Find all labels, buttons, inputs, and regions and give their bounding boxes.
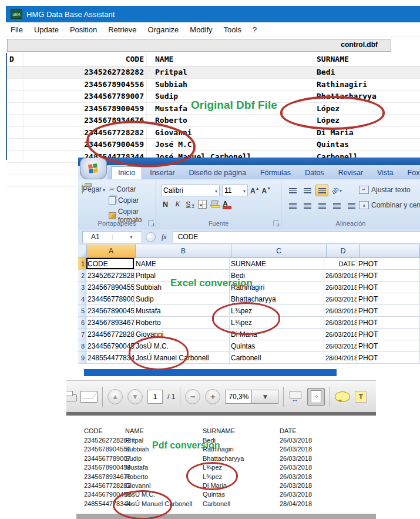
font-name-select[interactable]: Calibri (161, 185, 220, 196)
copy-button[interactable]: Copiar (109, 196, 156, 205)
italic-button[interactable]: K (173, 200, 182, 209)
row-header[interactable]: 3 (78, 282, 86, 293)
decrease-indent-icon[interactable] (330, 200, 343, 212)
cell-code[interactable]: 2345678934676 (86, 317, 135, 329)
underline-button[interactable]: S (186, 200, 194, 209)
fit-width-icon[interactable] (288, 391, 303, 403)
row-header[interactable]: 6 (78, 317, 86, 329)
cell-photo[interactable]: PHOT (357, 329, 420, 340)
cell-code[interactable]: 2345678904556 (86, 282, 135, 293)
cell-photo[interactable]: PHOT (357, 258, 420, 270)
page-number-input[interactable]: 1 (147, 390, 163, 404)
menu-item[interactable]: Modify (190, 25, 212, 34)
cell-date[interactable]: 28/04/2018 (324, 352, 357, 364)
row-header[interactable]: 4 (78, 293, 86, 305)
cell-photo[interactable]: PHOT (357, 270, 420, 282)
dbf-titlebar[interactable]: dBA HMG Data Base Assistant (6, 6, 420, 22)
column-header-a[interactable]: A (87, 245, 136, 258)
align-bottom-icon[interactable] (315, 185, 328, 196)
grow-font-icon[interactable]: ▲ (250, 185, 260, 196)
align-right-icon[interactable] (315, 200, 328, 212)
menu-item[interactable]: Retrieve (108, 25, 136, 34)
wrap-text-button[interactable]: ↵ Ajustar texto (359, 186, 411, 194)
select-all-corner[interactable] (78, 245, 87, 258)
cell-code[interactable]: CODE (86, 258, 135, 270)
align-center-icon[interactable] (301, 200, 314, 212)
cell-photo[interactable]: PHOT (357, 352, 420, 364)
row-header[interactable]: 5 (78, 305, 86, 317)
page-down-icon[interactable]: ▼ (127, 389, 143, 404)
cell-photo[interactable]: PHOT (357, 305, 420, 317)
row-header[interactable]: 9 (78, 352, 86, 364)
dbf-table-row[interactable]: 2344567728282 Giovanni Di Maria (7, 127, 420, 139)
row-header[interactable]: 8 (78, 340, 86, 352)
borders-icon[interactable] (198, 200, 207, 209)
merge-center-button[interactable]: a Combinar y cent (359, 201, 420, 209)
chevron-down-icon[interactable]: ▼ (251, 390, 278, 403)
cell-date[interactable]: 26/03/2018 (324, 270, 357, 282)
office-button[interactable] (80, 158, 107, 179)
cell-code[interactable]: 2344567789007 (86, 293, 135, 305)
ribbon-tab[interactable]: Insertar (143, 167, 181, 179)
dbf-table-row[interactable]: 2345678904556 Subbiah Rathinagiri (7, 79, 420, 91)
chevron-down-icon[interactable]: ▾ (112, 235, 142, 240)
email-icon[interactable] (80, 391, 98, 403)
ribbon-tab[interactable]: Datos (298, 167, 331, 179)
cell-date[interactable]: 26/03/2018 (324, 329, 357, 340)
dbf-table-row[interactable]: 2345262728282 Pritpal Bedi (7, 66, 420, 79)
cut-button[interactable]: Cortar (109, 185, 156, 193)
formula-input[interactable]: CODE (173, 231, 420, 243)
dialog-launcher-icon[interactable] (148, 220, 154, 226)
shrink-font-icon[interactable]: ▼ (262, 185, 271, 196)
ribbon-tab[interactable]: Revisar (332, 167, 369, 179)
cell-date[interactable]: DATE (324, 258, 357, 270)
align-middle-icon[interactable] (301, 185, 314, 196)
orientation-icon[interactable]: ab (330, 185, 343, 196)
cell-date[interactable]: 26/03/2018 (324, 340, 357, 352)
row-header[interactable]: 2 (78, 270, 86, 282)
cell-code[interactable]: 2344567728282 (86, 329, 135, 340)
cell-code[interactable]: 2344567900459 (86, 340, 135, 352)
cell-code[interactable]: 2345678900459 (86, 305, 135, 317)
menu-item[interactable]: Tools (224, 25, 241, 34)
highlight-text-icon[interactable]: T (355, 391, 367, 403)
fill-color-icon[interactable] (210, 200, 218, 208)
name-box[interactable]: A1 ▾ (82, 231, 142, 243)
menu-item[interactable]: Organize (148, 25, 179, 34)
column-header-c[interactable]: C (231, 245, 327, 258)
print-icon[interactable] (66, 391, 76, 403)
formula-bar-button[interactable] (146, 232, 156, 242)
dialog-launcher-icon[interactable] (273, 220, 279, 226)
cell-code[interactable]: 2345262728282 (86, 270, 135, 282)
cell-surname[interactable]: Quintas (230, 340, 324, 352)
increase-indent-icon[interactable] (345, 200, 358, 212)
row-header[interactable]: 1 (78, 258, 86, 270)
paste-button[interactable]: Pegar (82, 185, 105, 193)
cell-date[interactable]: 26/03/2018 (324, 282, 357, 293)
cell-surname[interactable]: Carbonell (230, 352, 324, 364)
cell-surname[interactable]: SURNAME (230, 258, 324, 270)
bold-button[interactable]: N (161, 200, 170, 209)
insert-function-icon[interactable]: fx (159, 233, 169, 242)
ribbon-tab[interactable]: Vista (371, 167, 400, 179)
dbf-table-row[interactable]: 2344567900459 José M.C. Quintas (7, 139, 420, 151)
cell-photo[interactable]: PHOT (357, 317, 420, 329)
cell-photo[interactable]: PHOT (357, 293, 420, 305)
row-header[interactable]: 7 (78, 329, 86, 340)
menu-item[interactable]: ? (253, 25, 257, 34)
cell-photo[interactable]: PHOT (357, 340, 420, 352)
zoom-level-combo[interactable]: 70,3% ▼ (225, 390, 278, 404)
align-top-icon[interactable] (286, 185, 299, 196)
font-size-select[interactable]: 11 (222, 185, 248, 196)
ribbon-tab[interactable]: Diseño de página (183, 167, 253, 179)
align-left-icon[interactable] (286, 200, 299, 212)
menu-item[interactable]: Position (70, 25, 97, 34)
cell-date[interactable]: 26/03/2018 (324, 305, 357, 317)
cell-date[interactable]: 26/03/2018 (324, 293, 357, 305)
column-header-e[interactable] (360, 245, 420, 258)
ribbon-tab[interactable]: Foxit PD (401, 167, 420, 179)
zoom-out-icon[interactable]: − (185, 389, 200, 404)
fit-page-icon[interactable]: ⁘ (307, 388, 325, 406)
comment-icon[interactable] (335, 391, 350, 402)
ribbon-tab[interactable]: Fórmulas (254, 167, 297, 179)
